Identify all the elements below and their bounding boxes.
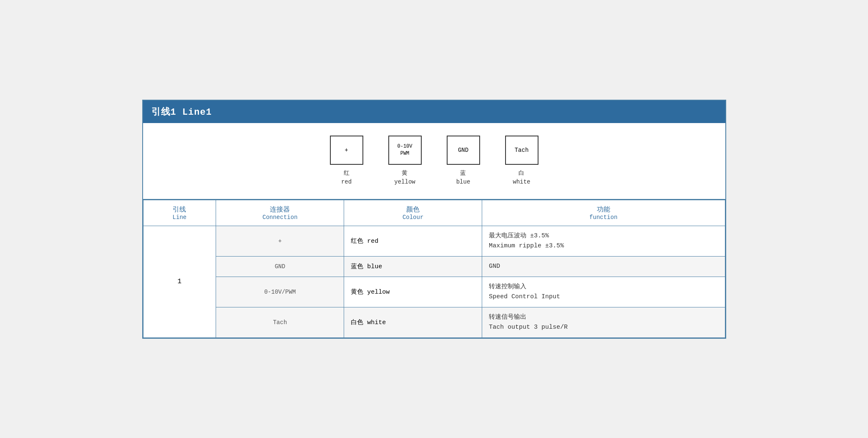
function-speed-en: Speed Control Input	[489, 292, 718, 302]
function-tach: 转速信号输出 Tach output 3 pulse/R	[482, 307, 725, 337]
connector-plus: + 红 red	[330, 136, 363, 186]
connector-box-plus: +	[330, 136, 363, 165]
function-gnd: GND	[482, 256, 725, 277]
connector-zh-white: 白	[513, 169, 530, 178]
connector-zh-red: 红	[341, 169, 352, 178]
colour-yellow: 黄色 yellow	[344, 277, 482, 307]
col-header-line-zh: 引线	[150, 205, 209, 214]
connector-box-pwm: 0-10VPWM	[388, 136, 422, 165]
connector-box-tach: Tach	[505, 136, 538, 165]
colour-white: 白色 white	[344, 307, 482, 337]
table-row: Tach 白色 white 转速信号输出 Tach output 3 pulse…	[143, 307, 725, 337]
col-header-connection: 连接器 Connection	[216, 200, 344, 226]
table-header-row: 引线 Line 连接器 Connection 颜色 Colour 功能 func…	[143, 200, 725, 226]
header-title: 引线1 Line1	[151, 107, 212, 118]
main-container: 引线1 Line1 + 红 red 0-10VPWM 黄 yellow	[142, 100, 726, 339]
connector-en-yellow: yellow	[394, 178, 415, 186]
connector-zh-blue: 蓝	[456, 169, 470, 178]
connector-zh-yellow: 黄	[394, 169, 415, 178]
connector-label-plus: 红 red	[341, 169, 352, 186]
col-header-function-en: function	[489, 214, 718, 221]
function-gnd-zh: GND	[489, 262, 718, 272]
col-header-colour: 颜色 Colour	[344, 200, 482, 226]
section-header: 引线1 Line1	[143, 101, 725, 123]
connector-en-blue: blue	[456, 178, 470, 186]
table-row: 1 + 红色 red 最大电压波动 ±3.5% Maximum ripple ±…	[143, 226, 725, 256]
function-tach-zh: 转速信号输出	[489, 312, 718, 322]
connector-symbol-tach: Tach	[515, 147, 529, 154]
col-header-function: 功能 function	[482, 200, 725, 226]
connector-tach: Tach 白 white	[505, 136, 538, 186]
function-ripple-en: Maximum ripple ±3.5%	[489, 241, 718, 251]
connector-en-white: white	[513, 178, 530, 186]
function-ripple-zh: 最大电压波动 ±3.5%	[489, 231, 718, 241]
col-header-colour-en: Colour	[351, 214, 475, 221]
connector-en-red: red	[341, 178, 352, 186]
connector-row: + 红 red 0-10VPWM 黄 yellow GND	[151, 136, 717, 186]
function-speed: 转速控制输入 Speed Control Input	[482, 277, 725, 307]
connector-symbol-pwm: 0-10VPWM	[397, 143, 412, 157]
connection-plus: +	[216, 226, 344, 256]
col-header-function-zh: 功能	[489, 205, 718, 214]
connection-gnd: GND	[216, 256, 344, 277]
table-row: 0-10V/PWM 黄色 yellow 转速控制输入 Speed Control…	[143, 277, 725, 307]
col-header-connection-en: Connection	[223, 214, 337, 221]
connector-label-pwm: 黄 yellow	[394, 169, 415, 186]
connector-symbol-plus: +	[345, 147, 348, 154]
connector-label-gnd: 蓝 blue	[456, 169, 470, 186]
col-header-line-en: Line	[150, 214, 209, 221]
diagram-section: + 红 red 0-10VPWM 黄 yellow GND	[143, 123, 725, 200]
colour-red: 红色 red	[344, 226, 482, 256]
function-tach-en: Tach output 3 pulse/R	[489, 322, 718, 332]
connector-symbol-gnd: GND	[458, 147, 468, 154]
col-header-connection-zh: 连接器	[223, 205, 337, 214]
connection-tach: Tach	[216, 307, 344, 337]
table-row: GND 蓝色 blue GND	[143, 256, 725, 277]
col-header-colour-zh: 颜色	[351, 205, 475, 214]
connector-box-gnd: GND	[447, 136, 480, 165]
table-section: 引线 Line 连接器 Connection 颜色 Colour 功能 func…	[143, 200, 725, 338]
connector-label-tach: 白 white	[513, 169, 530, 186]
connector-gnd: GND 蓝 blue	[447, 136, 480, 186]
col-header-line: 引线 Line	[143, 200, 216, 226]
line-number-1: 1	[143, 226, 216, 337]
wire-table: 引线 Line 连接器 Connection 颜色 Colour 功能 func…	[143, 200, 725, 338]
function-speed-zh: 转速控制输入	[489, 282, 718, 292]
colour-blue: 蓝色 blue	[344, 256, 482, 277]
connector-pwm: 0-10VPWM 黄 yellow	[388, 136, 422, 186]
function-ripple: 最大电压波动 ±3.5% Maximum ripple ±3.5%	[482, 226, 725, 256]
connection-pwm: 0-10V/PWM	[216, 277, 344, 307]
